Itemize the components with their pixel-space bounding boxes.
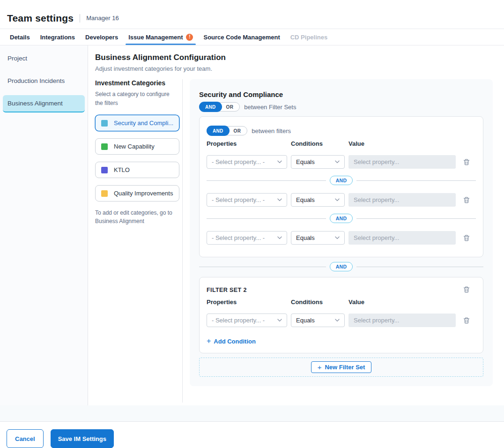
page-title: Team settings (7, 13, 74, 24)
filter-column-headers: Properties Conditions Value (207, 140, 476, 147)
properties-header: Properties (207, 140, 287, 147)
between-filter-sets-label: between Filter Sets (244, 104, 296, 111)
category-color-swatch (101, 143, 108, 150)
filter-row: - Select property... - Equals (207, 155, 476, 169)
delete-filter-button[interactable] (462, 195, 471, 204)
section-subtitle: Adjust investment categories for your te… (95, 65, 493, 72)
and-connector: AND (207, 176, 476, 185)
chevron-down-icon (335, 236, 340, 239)
business-alignment-section: Business Alignment Configuration Adjust … (88, 45, 504, 405)
conditions-header: Conditions (291, 299, 345, 306)
category-quality-improvements[interactable]: Quality Improvements (95, 185, 179, 202)
value-input (348, 314, 456, 327)
bottom-spacer (0, 405, 504, 421)
properties-header: Properties (207, 299, 287, 306)
filter-row: - Select property... - Equals (207, 193, 476, 207)
tab-source-code-management[interactable]: Source Code Management (203, 29, 280, 45)
category-label: Quality Improvements (114, 190, 173, 197)
category-color-swatch (101, 167, 108, 173)
or-option[interactable]: OR (229, 128, 247, 134)
trash-icon (463, 286, 470, 293)
manager-context-label: Manager 16 (86, 15, 119, 22)
category-color-swatch (101, 190, 108, 197)
chevron-down-icon (335, 319, 340, 322)
filter-set-2-card: FILTER SET 2 Properties Conditions Value… (199, 277, 483, 353)
trash-icon (463, 317, 470, 324)
between-filters-label: between filters (252, 127, 291, 134)
new-filter-set-button[interactable]: + New Filter Set (311, 361, 372, 373)
sidebar-item-production-incidents[interactable]: Production Incidents (3, 73, 85, 89)
chevron-down-icon (335, 160, 340, 164)
property-select[interactable]: - Select property... - (207, 155, 287, 169)
add-condition-button[interactable]: + Add Condition (207, 337, 256, 345)
delete-filter-set-button[interactable] (462, 285, 471, 294)
and-option[interactable]: AND (207, 126, 230, 136)
category-label: New Capability (114, 143, 155, 150)
tab-details[interactable]: Details (10, 29, 30, 45)
team-settings-page: Team settings Manager 16 Details Integra… (0, 0, 504, 448)
trash-icon (463, 158, 470, 165)
value-header: Value (348, 140, 456, 147)
value-input (348, 155, 456, 169)
delete-filter-button[interactable] (462, 316, 471, 325)
plus-icon: + (318, 364, 322, 371)
footer-action-bar: Cancel Save IM Settings (0, 421, 504, 448)
and-connector-between-sets: AND (199, 262, 483, 271)
category-ktlo[interactable]: KTLO (95, 162, 179, 178)
tab-developers[interactable]: Developers (85, 29, 118, 45)
sidebar-item-project[interactable]: Project (3, 50, 85, 67)
chevron-down-icon (277, 198, 282, 202)
tab-integrations[interactable]: Integrations (40, 29, 75, 45)
sidebar-item-business-alignment[interactable]: Business Alignment (3, 95, 85, 112)
and-option[interactable]: AND (199, 102, 222, 112)
chevron-down-icon (335, 198, 340, 202)
title-divider (80, 14, 80, 22)
new-filter-set-dropzone: + New Filter Set (199, 358, 483, 377)
categories-title: Investment Categories (95, 79, 179, 87)
conditions-header: Conditions (291, 140, 345, 147)
category-label: KTLO (114, 166, 130, 173)
plus-icon: + (207, 337, 211, 345)
value-input (348, 193, 456, 207)
value-input (348, 231, 456, 245)
tab-cd-pipelines: CD Pipelines (290, 29, 327, 45)
and-connector: AND (207, 214, 476, 223)
filter-set-2-title: FILTER SET 2 (207, 285, 247, 293)
cancel-button[interactable]: Cancel (7, 429, 44, 448)
delete-filter-button[interactable] (462, 157, 471, 166)
filter-row: - Select property... - Equals (207, 314, 476, 327)
condition-select[interactable]: Equals (291, 231, 345, 245)
category-label: Security and Compli... (114, 119, 173, 127)
property-select[interactable]: - Select property... - (207, 193, 287, 207)
filter-config-panel: Security and Compliance AND OR between F… (190, 79, 493, 386)
category-security-and-compliance[interactable]: Security and Compli... (95, 115, 179, 131)
property-select[interactable]: - Select property... - (207, 231, 287, 245)
value-header: Value (348, 299, 456, 306)
filter-sets-and-or-toggle: AND OR (199, 102, 240, 112)
settings-tab-bar: Details Integrations Developers Issue Ma… (0, 29, 504, 45)
investment-categories-panel: Investment Categories Select a category … (95, 79, 183, 403)
condition-select[interactable]: Equals (291, 193, 345, 207)
category-color-swatch (101, 120, 108, 127)
chevron-down-icon (277, 236, 282, 239)
trash-icon (463, 234, 470, 241)
or-option[interactable]: OR (222, 105, 240, 110)
page-header: Team settings Manager 16 (0, 0, 504, 29)
trash-icon (463, 196, 470, 203)
filter-set-1-card: AND OR between filters Properties Condit… (199, 116, 483, 257)
chevron-down-icon (277, 319, 282, 322)
config-category-title: Security and Compliance (199, 90, 483, 98)
categories-subtitle: Select a category to configure the filte… (95, 90, 173, 107)
save-im-settings-button[interactable]: Save IM Settings (51, 429, 114, 448)
condition-select[interactable]: Equals (291, 155, 345, 169)
property-select[interactable]: - Select property... - (207, 314, 287, 327)
categories-footnote: To add or edit categories, go to Busines… (95, 209, 175, 225)
condition-select[interactable]: Equals (291, 314, 345, 327)
settings-body: Project Production Incidents Business Al… (0, 45, 504, 405)
category-new-capability[interactable]: New Capability (95, 138, 179, 155)
delete-filter-button[interactable] (462, 233, 471, 242)
tab-issue-management[interactable]: Issue Management ! (128, 29, 193, 45)
warning-icon: ! (186, 34, 193, 41)
section-title: Business Alignment Configuration (95, 53, 493, 62)
filters-and-or-toggle: AND OR (207, 126, 247, 135)
